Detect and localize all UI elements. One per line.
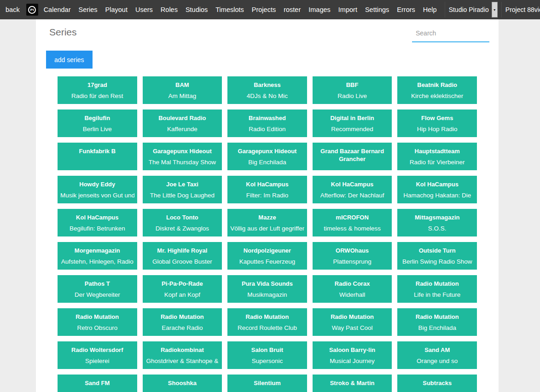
series-card[interactable]: BrainwashedRadio Edition [227, 110, 307, 137]
nav-item-studios[interactable]: Studios [186, 6, 208, 13]
series-card[interactable]: ORWOhausPlattensprung [313, 242, 392, 270]
series-card[interactable]: Radio MutationEarache Radio [143, 308, 222, 336]
series-card[interactable]: Funkfabrik B [58, 143, 137, 170]
series-card-title: Kol HaCampus [230, 180, 304, 188]
series-card-subtitle: Begilufin: Betrunken [60, 225, 134, 232]
series-card[interactable]: Grand Bazaar Bernard Grancher [313, 143, 392, 170]
series-card-title: Garagepunx Hideout [230, 147, 304, 155]
series-card-subtitle: Radio für den Rest [60, 92, 134, 100]
back-link[interactable]: back [6, 6, 20, 13]
nav-item-import[interactable]: Import [338, 6, 357, 13]
project-select[interactable]: Project 88vier ▼ [501, 2, 540, 17]
series-card-title: Stroko & Martin [315, 379, 389, 387]
nav-item-help[interactable]: Help [423, 6, 437, 13]
nav-item-roles[interactable]: Roles [161, 6, 178, 13]
nav-item-images[interactable]: Images [308, 6, 331, 13]
series-card-subtitle: It's all in a technicolour [315, 390, 389, 392]
series-card[interactable]: Radio MutationLife in the Future [397, 275, 477, 303]
series-card-title: Outside Turn [400, 247, 474, 254]
nav-item-series[interactable]: Series [78, 6, 97, 13]
series-card[interactable]: Barkness4DJs & No Mic [227, 76, 307, 104]
series-card-title: Begilufin [60, 114, 134, 122]
series-card[interactable]: Stroko & MartinIt's all in a technicolou… [313, 375, 392, 392]
series-card[interactable]: mICROFONtimeless & homeless [313, 209, 392, 236]
series-card-subtitle: Radio für Vierbeiner [400, 158, 474, 166]
series-card-subtitle: Way Past Cool [315, 324, 389, 332]
series-card[interactable]: Garagepunx HideoutThe Mal Thursday Show [143, 143, 222, 170]
series-card-title: Boulevard Radio [145, 114, 220, 122]
series-card-title: Radio Mutation [230, 313, 304, 321]
series-card-title: ORWOhaus [315, 247, 389, 254]
series-card[interactable]: ShooshkaJoyful Noise [143, 375, 222, 392]
nav-item-playout[interactable]: Playout [105, 6, 128, 13]
series-card[interactable]: MorgenmagazinAufstehn, Hinlegen, Radio [58, 242, 137, 270]
nav-item-errors[interactable]: Errors [397, 6, 415, 13]
series-card[interactable]: Kol HaCampusFilter: Im Radio [227, 176, 307, 203]
series-card[interactable]: MittagsmagazinS.O.S. [397, 209, 477, 236]
series-card-subtitle: Supersonic [230, 357, 304, 365]
nav-item-calendar[interactable]: Calendar [44, 6, 71, 13]
series-grid: 17gradRadio für den RestBAMAm MittagBark… [58, 76, 477, 392]
series-card[interactable]: Sand FMOrange und Gäste [58, 375, 137, 392]
series-card[interactable]: Loco TontoDiskret & Zwanglos [143, 209, 222, 236]
series-card[interactable]: Joe Le TaxiThe Little Dog Laughed [143, 176, 222, 203]
series-card-subtitle: Berlin Swing Radio Show [400, 258, 474, 265]
series-card[interactable]: Pi-Pa-Po-RadeKopf an Kopf [143, 275, 222, 303]
nav-item-timeslots[interactable]: Timeslots [215, 6, 244, 13]
series-card[interactable]: Radio MutationRecord Roulette Club [227, 308, 307, 336]
nav-item-users[interactable]: Users [135, 6, 153, 13]
series-card[interactable]: Kol HaCampusHamachog Hakatan: Die [397, 176, 477, 203]
series-card[interactable]: Radio CoraxWiderhall [313, 275, 392, 303]
series-card[interactable]: NordpolzigeunerKaputtes Feuerzeug [227, 242, 307, 270]
series-card[interactable]: Salon BruitSupersonic [227, 341, 307, 369]
add-series-button[interactable]: add series [46, 51, 93, 69]
series-card-title: Howdy Eddy [60, 180, 134, 188]
series-card[interactable]: Radio MutationRetro Obscuro [58, 308, 137, 336]
studio-select[interactable]: Studio Piradio ▼ [445, 2, 498, 17]
nav-item-roster[interactable]: roster [284, 6, 301, 13]
series-card[interactable]: Flow GemsHip Hop Radio [397, 110, 477, 137]
series-card-subtitle: Kafferunde [145, 125, 220, 133]
series-card-subtitle: Musikmagazin [230, 291, 304, 299]
series-card[interactable]: SilentiumGeschichten [227, 375, 307, 392]
series-card-subtitle: To Released [400, 390, 474, 392]
series-card[interactable]: SubtracksTo Released [397, 375, 477, 392]
series-card[interactable]: Saloon Barry-linMusical Journey [313, 341, 392, 369]
series-card-title: Grand Bazaar Bernard Grancher [315, 147, 389, 163]
series-card[interactable]: Radio MutationWay Past Cool [313, 308, 392, 336]
series-card[interactable]: Beatnik RadioKirche eklektischer [397, 76, 477, 104]
nav-item-settings[interactable]: Settings [365, 6, 389, 13]
series-card-title: Pathos T [60, 280, 134, 288]
series-card[interactable]: BegilufinBerlin Live [58, 110, 137, 137]
series-card[interactable]: BAMAm Mittag [143, 76, 222, 104]
series-card-subtitle: Kaputtes Feuerzeug [230, 258, 304, 265]
series-card[interactable]: Pathos TDer Wegbereiter [58, 275, 137, 303]
series-card[interactable]: Kol HaCampusBegilufin: Betrunken [58, 209, 137, 236]
series-card[interactable]: Pura Vida SoundsMusikmagazin [227, 275, 307, 303]
series-card[interactable]: Garagepunx HideoutBig Enchilada [227, 143, 307, 170]
series-card[interactable]: MazzeVöllig aus der Luft gegriffen [227, 209, 307, 236]
series-card[interactable]: Outside TurnBerlin Swing Radio Show [397, 242, 477, 270]
series-card[interactable]: HauptstadtteamRadio für Vierbeiner [397, 143, 477, 170]
series-card[interactable]: Kol HaCampusAfterflow: Der Nachlauf [313, 176, 392, 203]
series-card-title: Flow Gems [400, 114, 474, 122]
series-card-subtitle: Orange und Gäste [60, 390, 134, 392]
series-card[interactable]: Radio WoltersdorfSpielerei [58, 341, 137, 369]
nav-item-projects[interactable]: Projects [252, 6, 276, 13]
series-card[interactable]: Digital in BerlinRecommended [313, 110, 392, 137]
series-card-subtitle: 4DJs & No Mic [230, 92, 304, 100]
series-card-title: Salon Bruit [230, 346, 304, 354]
search-input[interactable] [412, 26, 489, 42]
series-card-subtitle: Big Enchilada [230, 158, 304, 166]
series-card[interactable]: Radio MutationBig Enchilada [397, 308, 477, 336]
page-content: Series add series 17gradRadio für den Re… [36, 19, 499, 392]
series-card[interactable]: Howdy EddyMusik jenseits von Gut und [58, 176, 137, 203]
series-card-subtitle: Afterflow: Der Nachlauf [315, 191, 389, 199]
series-card[interactable]: RadiokombinatGhostdriver & Stanhope & [143, 341, 222, 369]
series-card[interactable]: 17gradRadio für den Rest [58, 76, 137, 104]
series-card[interactable]: Mr. Highlife RoyalGlobal Groove Buster [143, 242, 222, 270]
series-card[interactable]: BBFRadio Live [313, 76, 392, 104]
project-select-value: Project 88vier [502, 2, 540, 17]
series-card[interactable]: Boulevard RadioKafferunde [143, 110, 222, 137]
series-card[interactable]: Sand AMOrange und so [397, 341, 477, 369]
